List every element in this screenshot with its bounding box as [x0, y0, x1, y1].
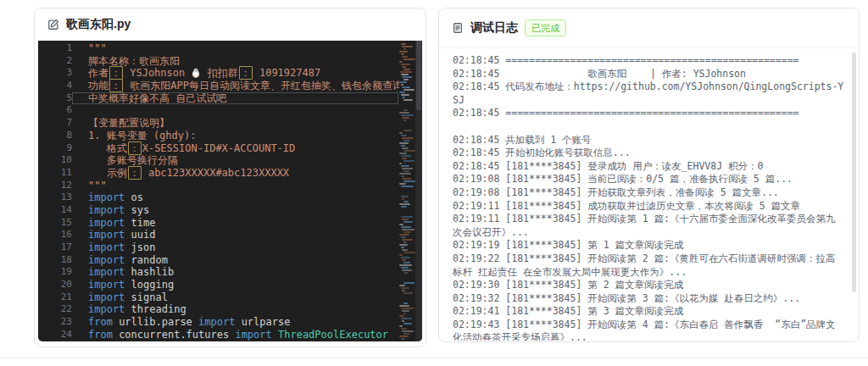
code-token: """ — [88, 180, 107, 191]
code-line-content: 脚本名称：歌画东阳 — [72, 55, 398, 68]
minimap-mark — [401, 216, 413, 218]
code-token: import — [88, 279, 125, 291]
log-line: 02:18:45 代码发布地址：https://github.com/YSJoh… — [453, 80, 844, 107]
minimap-mark — [401, 257, 410, 258]
minimap-mark — [401, 308, 414, 309]
minimap-mark — [402, 86, 410, 88]
minimap-mark — [403, 79, 409, 80]
code-token: 作者 — [88, 67, 108, 79]
minimap-mark — [402, 117, 409, 119]
minimap-mark — [403, 180, 415, 182]
minimap-mark — [402, 310, 409, 312]
minimap-mark — [401, 165, 409, 167]
code-line: 19import hashlib — [38, 266, 398, 279]
minimap-mark — [402, 229, 415, 230]
minimap-mark — [402, 76, 412, 78]
minimap-mark — [401, 196, 409, 197]
log-line: 02:19:08 [181****3845] 当前已阅读：0/5 篇，准备执行阅… — [453, 173, 844, 186]
minimap-mark — [401, 155, 411, 157]
code-line-content: import uuid — [72, 229, 398, 241]
minimap-mark — [399, 325, 403, 327]
minimap-mark — [399, 224, 403, 225]
minimap-mark — [402, 168, 413, 169]
code-token: requests — [125, 341, 180, 342]
minimap-mark — [399, 203, 410, 205]
log-line: 02:18:45 [181****3845] 登录成功 用户：读友_EHVV8J… — [453, 160, 844, 174]
minimap-mark — [399, 152, 407, 154]
code-line: 10 多账号换行分隔 — [38, 154, 398, 167]
code-token: signal — [125, 291, 168, 303]
minimap-mark — [403, 313, 406, 314]
line-number: 21 — [38, 291, 72, 304]
line-number: 17 — [38, 241, 72, 254]
code-line: 24from concurrent.futures import ThreadP… — [38, 329, 398, 341]
minimap-mark — [401, 206, 407, 208]
edit-icon — [47, 19, 59, 30]
minimap-mark — [401, 74, 409, 75]
log-scrollbar[interactable] — [852, 53, 856, 292]
line-number: 11 — [38, 167, 72, 180]
line-number: 4 — [38, 80, 72, 92]
code-line-content: 作者： YSJohnson 扣扣群： 1091927487 — [72, 67, 398, 80]
minimap-mark — [403, 48, 406, 50]
log-line: 02:18:45 共加载到 1 个账号 — [453, 134, 844, 147]
minimap-mark — [402, 239, 413, 241]
unicode-highlight-box: ： — [109, 66, 123, 80]
line-number: 7 — [38, 117, 72, 130]
code-line-content: import threading — [72, 303, 398, 316]
editor-minimap[interactable] — [399, 41, 415, 341]
log-line: 02:19:41 [181****3845] 第 3 篇文章阅读完成 — [453, 305, 844, 319]
code-token: 功能 — [88, 80, 108, 92]
minimap-mark — [402, 219, 409, 220]
code-token: import — [235, 329, 271, 341]
log-line: 02:19:30 [181****3845] 第 2 篇文章阅读完成 — [453, 279, 844, 292]
minimap-mark — [402, 137, 414, 139]
minimap-mark — [401, 135, 407, 136]
log-line: 02:19:19 [181****3845] 第 1 篇文章阅读完成 — [453, 239, 844, 252]
log-line: 02:19:22 [181****3845] 开始阅读第 2 篇:《黄胜可在六石… — [453, 252, 844, 279]
minimap-mark — [403, 170, 409, 172]
editor-scrollbar[interactable] — [415, 41, 422, 341]
code-line: 22import threading — [38, 303, 398, 316]
page-divider — [0, 358, 868, 358]
code-line: 2脚本名称：歌画东阳 — [38, 55, 398, 68]
code-token: 示例 — [88, 167, 127, 179]
minimap-mark — [403, 231, 411, 233]
minimap-mark — [399, 315, 404, 317]
unicode-highlight-box: ： — [239, 66, 253, 80]
minimap-mark — [401, 267, 409, 269]
code-token: import — [198, 316, 235, 328]
minimap-mark — [401, 145, 405, 147]
minimap-mark — [401, 84, 403, 86]
code-line: 15import time — [38, 217, 398, 230]
code-editor[interactable]: 1"""2脚本名称：歌画东阳3作者： YSJohnson 扣扣群： 109192… — [38, 41, 422, 341]
debug-log-title: 调试日志 — [470, 20, 518, 36]
unicode-highlight-box: ： — [128, 141, 142, 155]
minimap-mark — [401, 175, 404, 177]
log-line: 02:18:45 ===============================… — [453, 54, 844, 68]
log-line: 02:19:11 [181****3845] 成功获取并过滤历史文章，本次将阅读… — [453, 200, 844, 214]
code-line: 13import os — [38, 191, 398, 204]
minimap-mark — [402, 269, 412, 271]
minimap-mark — [399, 244, 408, 246]
code-token: 1091927487 — [253, 67, 320, 79]
code-line-content: import time — [72, 217, 398, 230]
code-line: 3作者： YSJohnson 扣扣群： 1091927487 — [38, 67, 398, 80]
line-number: 20 — [38, 279, 72, 291]
minimap-mark — [403, 58, 415, 60]
code-token: YSJohnson — [124, 67, 191, 79]
minimap-mark — [403, 272, 409, 274]
code-line: 7【变量配置说明】 — [38, 117, 398, 130]
editor-scrollbar-thumb[interactable] — [416, 41, 421, 110]
log-line: 02:19:43 [181****3845] 开始阅读第 4 篇:《东白春启 善… — [453, 319, 844, 341]
code-line-content: import random — [72, 254, 398, 267]
minimap-mark — [402, 66, 406, 68]
minimap-mark — [403, 221, 413, 223]
minimap-mark — [402, 290, 405, 291]
code-token: import — [88, 217, 125, 229]
script-editor-card: 歌画东阳.py 1"""2脚本名称：歌画东阳3作者： YSJohnson 扣扣群… — [34, 8, 426, 347]
code-line-content: import requests — [72, 341, 398, 342]
code-line-content: import json — [72, 241, 398, 254]
code-line: 25import requests — [38, 341, 398, 342]
minimap-mark — [399, 305, 409, 307]
